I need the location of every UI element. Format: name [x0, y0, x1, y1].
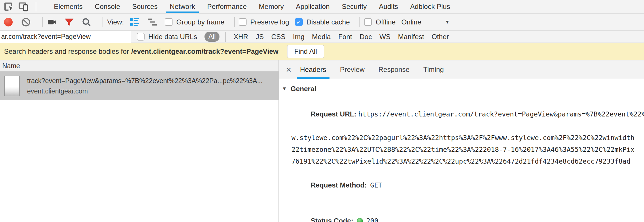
- filter-type-xhr[interactable]: XHR: [234, 33, 248, 41]
- request-details-panel: × Headers Preview Response Timing ▼ Gene…: [279, 60, 644, 222]
- clear-icon[interactable]: [21, 17, 31, 27]
- disclosure-triangle-icon[interactable]: ▼: [282, 86, 287, 92]
- devtools-window: Elements Console Sources Network Perform…: [0, 0, 644, 222]
- tab-preview[interactable]: Preview: [338, 60, 367, 79]
- filter-type-font[interactable]: Font: [338, 33, 352, 41]
- tab-memory[interactable]: Memory: [253, 0, 290, 13]
- offline-checkbox[interactable]: [364, 18, 372, 26]
- request-url-line: Request URL: https://event.clientgear.co…: [279, 96, 644, 132]
- tab-performance[interactable]: Performance: [201, 0, 253, 13]
- divider: [103, 17, 103, 27]
- capture-screenshots-icon[interactable]: [47, 17, 57, 27]
- view-label: View:: [107, 18, 124, 26]
- search-icon[interactable]: [81, 17, 92, 27]
- filter-type-other[interactable]: Other: [432, 33, 449, 41]
- tab-sources[interactable]: Sources: [126, 0, 164, 13]
- hide-data-urls-label[interactable]: Hide data URLs: [148, 33, 197, 41]
- divider: [36, 2, 36, 12]
- tab-adblock-plus[interactable]: Adblock Plus: [404, 0, 456, 13]
- filter-type-css[interactable]: CSS: [271, 33, 285, 41]
- tab-security[interactable]: Security: [336, 0, 373, 13]
- close-icon[interactable]: ×: [286, 65, 291, 74]
- throttling-select-value[interactable]: Online: [401, 18, 421, 26]
- request-method-value: GET: [370, 181, 382, 189]
- tab-network[interactable]: Network: [164, 0, 201, 13]
- request-url-value: https://event.clientgear.com/track?event…: [358, 110, 644, 118]
- large-request-rows-icon[interactable]: [129, 17, 140, 27]
- offline-label[interactable]: Offline: [376, 18, 395, 26]
- headers-detail: ▼ General Request URL: https://event.cli…: [279, 79, 644, 222]
- request-url-label: Request URL:: [311, 110, 357, 118]
- tab-headers[interactable]: Headers: [298, 60, 329, 79]
- status-ok-icon: [357, 218, 363, 222]
- request-url-line: 22timezone%22%3A%22UTC%2B8%22%2C%22time%…: [279, 144, 644, 156]
- request-url-line: w.stylewe.com%22%2C%22pagurl%22%3A%22htt…: [279, 132, 644, 144]
- device-toolbar-icon[interactable]: [17, 1, 29, 13]
- request-row[interactable]: track?event=PageView&params=%7B%22event%…: [0, 72, 279, 100]
- checkmark-icon: ✓: [296, 19, 301, 25]
- divider: [234, 17, 235, 27]
- filter-type-img[interactable]: Img: [293, 33, 304, 41]
- divider: [42, 17, 43, 27]
- preserve-log-checkbox[interactable]: [239, 18, 247, 26]
- hide-data-urls-checkbox[interactable]: [137, 33, 145, 41]
- preserve-log-label[interactable]: Preserve log: [250, 18, 289, 26]
- tabbar-left-icons: [0, 1, 32, 13]
- general-section-header[interactable]: ▼ General: [279, 85, 644, 93]
- search-banner-text: Search headers and response bodies for: [4, 47, 129, 56]
- filter-input[interactable]: [0, 31, 131, 43]
- search-banner-query: /event.clientgear.com/track?event=PageVi…: [131, 47, 279, 56]
- group-by-frame-checkbox[interactable]: [165, 18, 173, 26]
- filter-type-js[interactable]: JS: [256, 33, 264, 41]
- tab-console[interactable]: Console: [89, 0, 126, 13]
- network-main: Name track?event=PageView&params=%7B%22e…: [0, 60, 644, 222]
- group-by-frame-label[interactable]: Group by frame: [176, 18, 224, 26]
- details-tabbar: × Headers Preview Response Timing: [279, 60, 644, 79]
- request-domain: event.clientgear.com: [27, 86, 263, 96]
- divider: [225, 32, 226, 42]
- disable-cache-label[interactable]: Disable cache: [306, 18, 350, 26]
- search-banner: Search headers and response bodies for /…: [0, 43, 644, 60]
- tab-application[interactable]: Application: [290, 0, 336, 13]
- show-overview-icon[interactable]: [147, 17, 158, 27]
- filter-icon[interactable]: [64, 17, 74, 27]
- find-all-button[interactable]: Find All: [287, 45, 324, 58]
- tab-response[interactable]: Response: [376, 60, 412, 79]
- request-url-line: 76191%22%2C%22twPixelId%22%3A%22%22%2C%2…: [279, 156, 644, 167]
- status-code-label: Status Code:: [311, 217, 353, 222]
- request-method-label: Request Method:: [311, 181, 367, 189]
- request-list-panel: Name track?event=PageView&params=%7B%22e…: [0, 60, 279, 222]
- status-code-line: Status Code:200: [279, 203, 644, 222]
- panel-tabs: Elements Console Sources Network Perform…: [48, 0, 456, 13]
- status-code-value: 200: [366, 217, 378, 222]
- divider: [359, 17, 360, 27]
- filter-type-media[interactable]: Media: [312, 33, 331, 41]
- devtools-tabbar: Elements Console Sources Network Perform…: [0, 0, 644, 14]
- tab-audits[interactable]: Audits: [373, 0, 404, 13]
- disable-cache-checkbox[interactable]: ✓: [295, 18, 303, 26]
- filter-type-manifest[interactable]: Manifest: [398, 33, 424, 41]
- network-filter-bar: Hide data URLs All XHR JS CSS Img Media …: [0, 31, 644, 43]
- file-icon: [4, 76, 20, 96]
- filter-type-doc[interactable]: Doc: [359, 33, 372, 41]
- chevron-down-icon[interactable]: ▼: [445, 19, 450, 25]
- record-icon[interactable]: [4, 18, 13, 26]
- network-toolbar: View: Group by frame Preserve log ✓: [0, 14, 644, 31]
- inspect-element-icon[interactable]: [3, 1, 15, 13]
- filter-type-all[interactable]: All: [204, 32, 219, 42]
- filter-type-ws[interactable]: WS: [379, 33, 391, 41]
- name-column-header[interactable]: Name: [0, 60, 279, 72]
- request-method-line: Request Method:GET: [279, 167, 644, 203]
- tab-elements[interactable]: Elements: [48, 0, 89, 13]
- tab-timing[interactable]: Timing: [421, 60, 446, 79]
- general-section-title: General: [291, 85, 316, 93]
- request-name: track?event=PageView&params=%7B%22event%…: [27, 76, 263, 86]
